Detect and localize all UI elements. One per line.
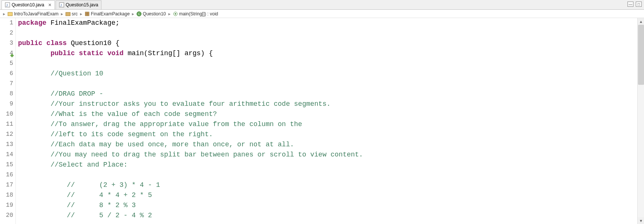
comment-token: //Each data may be used once, more than … [50,141,294,148]
text-token [18,70,50,77]
comment-token: //Question 10 [50,70,103,77]
tab-close-icon[interactable]: ✕ [48,3,51,8]
breadcrumb: ▸ IntroToJavaFinalExam ▸ src ▸ FinalExam… [0,10,644,18]
code-line[interactable]: public static void main(String[] args) { [18,48,637,59]
breadcrumb-src[interactable]: src [65,11,78,17]
scroll-thumb[interactable] [638,25,644,85]
keyword-token: public class [18,39,71,47]
line-number: 9 [0,99,13,109]
code-line[interactable]: //Select and Place: [18,160,637,170]
line-number: 17 [0,180,13,190]
code-line[interactable] [18,28,637,38]
line-number-gutter: 1234567891011121314151617181920 [0,18,16,224]
comment-token: //You may need to drag the split bar bet… [50,151,363,158]
source-folder-icon [65,11,71,17]
code-line[interactable]: //Your instructor asks you to evaluate f… [18,99,637,109]
code-line[interactable]: package FinalExamPackage; [18,18,637,28]
breadcrumb-class[interactable]: C Question10 [136,11,166,17]
line-number: 19 [0,200,13,210]
comment-token: //DRAG DROP - [50,90,103,98]
tab-label: Question10.java [12,2,44,8]
svg-text:J: J [60,3,62,7]
scroll-down-button[interactable]: ▼ [638,217,644,224]
scroll-up-button[interactable]: ▲ [638,18,644,25]
line-number: 10 [0,109,13,119]
code-line[interactable] [18,59,637,69]
code-line[interactable]: // 8 * 2 % 3 [18,200,637,210]
line-number: 13 [0,140,13,150]
chevron-right-icon: ▸ [168,11,171,17]
breadcrumb-project[interactable]: IntroToJavaFinalExam [8,11,59,17]
text-token [18,161,50,168]
line-number: 1 [0,18,13,28]
line-number: 3 [0,38,13,48]
svg-rect-5 [66,12,70,16]
code-line[interactable]: // 5 / 2 - 4 % 2 [18,210,637,221]
text-token [18,151,50,158]
line-number: 8 [0,89,13,99]
vertical-scrollbar[interactable]: ▲ ▼ [637,18,644,224]
line-number: 15 [0,160,13,170]
code-line[interactable]: //To answer, drag the appropriate value … [18,119,637,129]
code-line[interactable] [18,79,637,89]
code-line[interactable]: //left to its code segment on the right. [18,129,637,140]
code-area[interactable]: package FinalExamPackage;public class Qu… [16,18,637,224]
class-icon: C [136,11,142,17]
tab-question10[interactable]: J Question10.java ✕ [2,0,55,9]
comment-token: // 4 * 4 + 2 * 5 [67,191,152,199]
text-token [18,120,50,128]
comment-token: //Select and Place: [50,161,127,168]
svg-marker-13 [10,54,14,57]
chevron-right-icon: ▸ [131,11,135,17]
comment-token: // 5 / 2 - 4 % 2 [67,212,152,219]
line-number: 16 [0,170,13,180]
code-editor[interactable]: 1234567891011121314151617181920 package … [0,18,644,224]
editor-window-controls: — □ [627,2,642,7]
text-token [18,201,67,209]
code-line[interactable]: //You may need to drag the split bar bet… [18,150,637,160]
line-number: 5 [0,59,13,69]
keyword-token: public static void [50,50,127,57]
tab-question15[interactable]: J Question15.java [56,0,102,9]
line-number: 2 [0,28,13,38]
code-line[interactable]: public class Question10 { [18,38,637,48]
method-icon [173,11,178,17]
text-token [18,110,50,118]
code-line[interactable]: // (2 + 3) * 4 - 1 [18,180,637,190]
code-line[interactable]: //What is the value of each code segment… [18,109,637,119]
code-line[interactable]: // 4 * 4 + 2 * 5 [18,190,637,200]
code-line[interactable] [18,170,637,180]
line-number: 18 [0,190,13,200]
keyword-token: package [18,19,50,27]
code-line[interactable]: //DRAG DROP - [18,89,637,99]
line-number: 11 [0,119,13,129]
breadcrumb-label: main(String[]) : void [179,11,218,17]
package-icon [85,11,90,17]
breadcrumb-label: src [72,11,78,17]
text-token [18,90,50,98]
breadcrumb-method[interactable]: main(String[]) : void [173,11,218,17]
maximize-button[interactable]: □ [636,2,642,7]
comment-token: // 8 * 2 % 3 [67,201,136,209]
svg-rect-4 [8,12,12,16]
text-token [18,181,67,189]
chevron-right-icon: ▸ [79,11,83,17]
comment-token: //Your instructor asks you to evaluate f… [50,100,330,108]
editor-tab-bar: J Question10.java ✕ J Question15.java — … [0,0,644,10]
code-line[interactable]: //Each data may be used once, more than … [18,140,637,150]
text-token [18,191,67,199]
svg-text:J: J [6,3,8,7]
line-number: 4 [0,48,13,59]
comment-token: //left to its code segment on the right. [50,131,213,138]
comment-token: //What is the value of each code segment… [50,110,217,118]
code-line[interactable]: //Question 10 [18,69,637,79]
line-number: 6 [0,69,13,79]
text-token: FinalExamPackage; [50,19,119,27]
minimize-button[interactable]: — [627,2,633,7]
text-token: main(String[] args) { [128,50,213,57]
breadcrumb-package[interactable]: FinalExamPackage [85,11,130,17]
text-token [18,141,50,148]
line-number: 14 [0,150,13,160]
text-token [18,50,50,57]
project-icon [8,11,13,17]
